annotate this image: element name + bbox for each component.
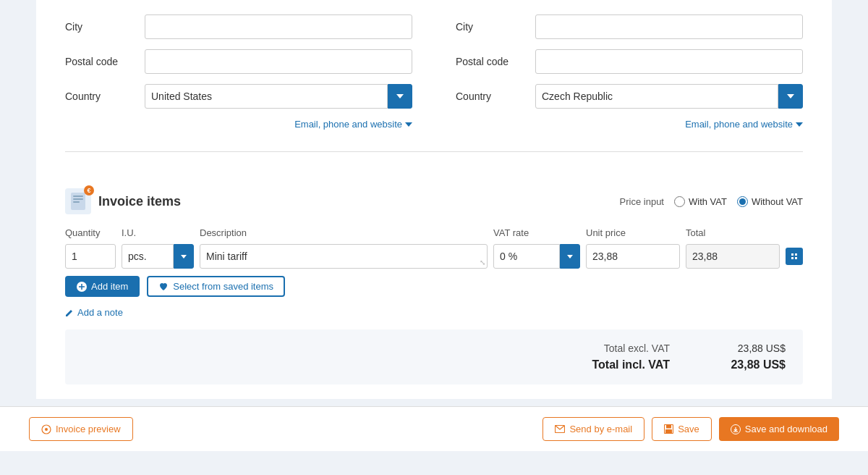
price-input-label: Price input <box>620 196 664 207</box>
footer-right-buttons: Send by e-mail Save Save and download <box>542 417 839 441</box>
total-incl-vat-row: Total incl. VAT 23,88 US$ <box>569 358 786 371</box>
right-address-col: City Postal code Country Czech Republic … <box>456 14 803 130</box>
unit-price-input[interactable] <box>586 244 680 269</box>
svg-rect-10 <box>665 429 672 434</box>
plus-icon <box>77 282 87 292</box>
add-note-link[interactable]: Add a note <box>65 307 123 318</box>
right-email-phone-link[interactable]: Email, phone and website <box>456 119 803 130</box>
left-postal-input[interactable] <box>145 49 412 74</box>
right-postal-label: Postal code <box>456 56 535 67</box>
totals-box: Total excl. VAT 23,88 US$ Total incl. VA… <box>65 329 803 384</box>
with-vat-label: With VAT <box>689 196 727 207</box>
iu-dropdown-btn[interactable] <box>174 244 194 269</box>
without-vat-option[interactable]: Without VAT <box>737 196 803 207</box>
download-icon <box>731 424 741 434</box>
right-email-phone-text: Email, phone and website <box>685 119 793 130</box>
invoice-title: Invoice items <box>98 194 181 209</box>
left-country-label: Country <box>65 91 145 102</box>
with-vat-option[interactable]: With VAT <box>674 196 727 207</box>
left-country-dropdown-btn[interactable] <box>388 84 412 109</box>
save-download-label: Save and download <box>745 424 827 434</box>
total-incl-vat-value: 23,88 US$ <box>713 358 786 371</box>
send-email-label: Send by e-mail <box>569 424 632 434</box>
without-vat-label: Without VAT <box>752 196 803 207</box>
save-icon <box>664 424 673 434</box>
left-country-select[interactable]: United States Czech Republic Germany Fra… <box>145 84 388 109</box>
left-city-input[interactable] <box>145 14 412 39</box>
left-postal-label: Postal code <box>65 56 145 67</box>
section-divider <box>65 151 803 152</box>
left-city-label: City <box>65 21 145 33</box>
col-header-description: Description <box>200 227 488 238</box>
svg-point-6 <box>45 428 48 431</box>
pencil-icon <box>65 308 74 317</box>
col-header-quantity: Quantity <box>65 227 116 238</box>
right-city-label: City <box>456 21 535 33</box>
eye-icon <box>41 424 51 434</box>
total-excl-vat-label: Total excl. VAT <box>569 342 670 354</box>
description-input-wrapper: ⤡ <box>200 244 488 269</box>
left-email-phone-text: Email, phone and website <box>294 119 402 130</box>
with-vat-radio[interactable] <box>674 196 685 207</box>
without-vat-radio[interactable] <box>737 196 748 207</box>
price-input-group: Price input With VAT Without VAT <box>620 196 803 207</box>
items-table-header: Quantity I.U. Description VAT rate Unit … <box>65 227 803 238</box>
send-icon <box>555 425 565 433</box>
invoice-title-group: € Invoice items <box>65 188 181 214</box>
resize-icon: ⤡ <box>480 258 485 266</box>
left-email-phone-link[interactable]: Email, phone and website <box>65 119 412 130</box>
save-label: Save <box>678 424 699 434</box>
save-download-button[interactable]: Save and download <box>719 417 839 441</box>
add-item-button[interactable]: Add item <box>65 276 140 297</box>
iu-select[interactable]: pcs. hrs. kg <box>122 244 174 269</box>
right-country-select[interactable]: Czech Republic United States Germany Fra… <box>535 84 778 109</box>
total-input[interactable] <box>686 244 780 269</box>
save-button[interactable]: Save <box>652 417 712 441</box>
right-postal-input[interactable] <box>535 49 803 74</box>
heart-icon <box>158 282 169 292</box>
add-item-label: Add item <box>91 281 128 292</box>
delete-row-btn[interactable] <box>786 248 803 265</box>
col-header-unit-price: Unit price <box>586 227 680 238</box>
invoice-doc-icon <box>71 193 85 210</box>
col-header-total: Total <box>686 227 780 238</box>
table-row: pcs. hrs. kg ⤡ 0 % <box>65 244 803 269</box>
send-email-button[interactable]: Send by e-mail <box>542 417 644 441</box>
add-note-label: Add a note <box>77 307 123 318</box>
svg-rect-1 <box>795 253 797 256</box>
select-saved-items-button[interactable]: Select from saved items <box>147 276 285 297</box>
col-header-vat: VAT rate <box>493 227 580 238</box>
total-excl-vat-value: 23,88 US$ <box>713 342 786 354</box>
invoice-icon-badge: € <box>84 185 94 196</box>
iu-select-wrapper: pcs. hrs. kg <box>122 244 194 269</box>
invoice-header: € Invoice items Price input With VAT Wit… <box>65 188 803 214</box>
invoice-icon: € <box>65 188 91 214</box>
right-city-input[interactable] <box>535 14 803 39</box>
vat-rate-dropdown-btn[interactable] <box>560 244 580 269</box>
vat-rate-select[interactable]: 0 % 5 % 10 % 15 % 20 % <box>493 244 560 269</box>
invoice-preview-label: Invoice preview <box>56 424 121 434</box>
action-buttons: Add item Select from saved items <box>65 276 803 297</box>
right-country-dropdown-btn[interactable] <box>778 84 803 109</box>
right-country-label: Country <box>456 91 535 102</box>
right-country-select-wrapper: Czech Republic United States Germany Fra… <box>535 84 803 109</box>
quantity-input[interactable] <box>65 244 116 269</box>
vat-rate-select-wrapper: 0 % 5 % 10 % 15 % 20 % <box>493 244 580 269</box>
left-country-select-wrapper: United States Czech Republic Germany Fra… <box>145 84 412 109</box>
svg-rect-9 <box>666 425 671 429</box>
total-excl-vat-row: Total excl. VAT 23,88 US$ <box>569 342 786 354</box>
invoice-items-section: € Invoice items Price input With VAT Wit… <box>36 188 832 399</box>
svg-rect-3 <box>795 257 797 259</box>
svg-rect-2 <box>791 257 793 259</box>
svg-rect-0 <box>791 253 793 256</box>
left-address-col: City Postal code Country United States C… <box>65 14 412 130</box>
col-header-iu: I.U. <box>122 227 194 238</box>
total-incl-vat-label: Total incl. VAT <box>569 358 670 371</box>
invoice-preview-button[interactable]: Invoice preview <box>29 417 133 441</box>
select-saved-label: Select from saved items <box>173 281 273 292</box>
footer-bar: Invoice preview Send by e-mail Save <box>0 406 868 451</box>
description-input[interactable] <box>200 244 488 269</box>
